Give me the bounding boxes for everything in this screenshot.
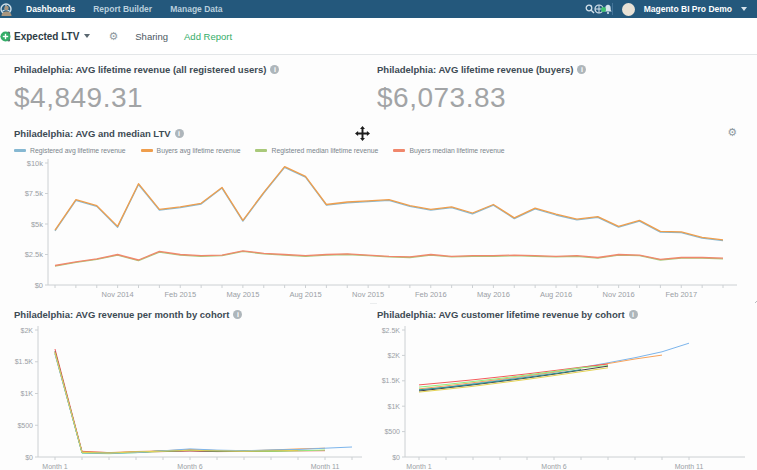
nav-item-dashboards[interactable]: Dashboards [17,0,84,18]
widget-lifetime-revenue-by-cohort: Philadelphia: AVG customer lifetime reve… [377,303,757,470]
sharing-button[interactable]: Sharing [135,31,168,42]
svg-text:Aug 2015: Aug 2015 [289,290,321,299]
legend-item-buyers-avg[interactable]: Buyers avg lifetime revenue [141,147,241,154]
top-navigation-bar: Dashboards Report Builder Manage Data [0,0,757,18]
add-report-label: Add Report [184,31,232,42]
svg-text:$0: $0 [35,281,43,290]
dashboard-toolbar: Expected LTV ⚙ Sharing Add Report [0,18,757,55]
svg-text:$0: $0 [392,454,400,461]
info-icon[interactable]: i [233,310,242,319]
svg-text:$0: $0 [25,454,33,461]
legend-label: Buyers avg lifetime revenue [157,147,241,154]
info-icon[interactable]: i [175,129,184,138]
svg-text:Nov 2015: Nov 2015 [352,290,384,299]
legend-swatch [141,149,153,152]
chart-title: Philadelphia: AVG customer lifetime reve… [377,309,625,320]
chart-legend: Registered avg lifetime revenue Buyers a… [14,147,505,154]
chart-title: Philadelphia: AVG revenue per month by c… [14,309,229,320]
nav-item-manage-data[interactable]: Manage Data [161,0,231,18]
metric-title: Philadelphia: AVG lifetime revenue (buye… [377,64,573,75]
svg-text:Feb 2016: Feb 2016 [415,290,447,299]
metric-value: $4,849.31 [14,82,279,114]
dashboard-selector[interactable]: Expected LTV [14,31,90,42]
legend-item-buyers-median[interactable]: Buyers median lifetime revenue [393,147,504,154]
account-caret-icon[interactable] [741,7,747,11]
legend-swatch [393,149,405,152]
svg-text:Feb 2015: Feb 2015 [164,290,196,299]
metric-card-registered-ltv: Philadelphia: AVG lifetime revenue (all … [14,64,279,114]
metrics-row: Philadelphia: AVG lifetime revenue (all … [0,56,757,120]
svg-text:$1.5K: $1.5K [15,358,34,365]
metric-card-buyers-ltv: Philadelphia: AVG lifetime revenue (buye… [377,64,586,114]
dashboard-name: Expected LTV [14,31,79,42]
lifetime-revenue-by-cohort-chart[interactable]: $2.5K$2K$1.5K$1K$500$0Month 1Month 6Mont… [377,322,757,470]
chart-title: Philadelphia: AVG and median LTV [14,128,171,139]
svg-text:$2.5K: $2.5K [382,327,401,334]
svg-text:$2K: $2K [388,352,401,359]
notification-dot [601,7,606,12]
dashboard-settings-gear-icon[interactable]: ⚙ [108,31,118,42]
legend-swatch [14,149,26,152]
legend-item-registered-avg[interactable]: Registered avg lifetime revenue [14,147,126,154]
svg-text:Month 6: Month 6 [541,463,566,470]
legend-swatch [255,149,267,152]
svg-text:Month 6: Month 6 [177,463,202,470]
svg-text:Nov 2016: Nov 2016 [603,290,635,299]
account-menu[interactable]: Magento BI Pro Demo [644,4,732,14]
svg-text:$1K: $1K [21,390,34,397]
svg-text:$1K: $1K [388,403,401,410]
svg-text:$7.5k: $7.5k [25,189,44,198]
user-avatar[interactable] [622,3,635,16]
legend-label: Registered avg lifetime revenue [30,147,126,154]
svg-text:Month 1: Month 1 [406,463,431,470]
widget-avg-revenue-per-month: Philadelphia: AVG revenue per month by c… [0,303,370,470]
ltv-line-chart[interactable]: $10k$7.5k$5k$2.5k$0Nov 2014Feb 2015May 2… [0,155,757,303]
svg-text:Month 1: Month 1 [42,463,67,470]
svg-text:$5k: $5k [31,220,43,229]
svg-text:May 2015: May 2015 [226,290,259,299]
sharing-label: Sharing [135,31,168,42]
topnav-right-group: Magento BI Pro Demo [585,3,757,16]
legend-label: Registered median lifetime revenue [271,147,378,154]
svg-text:$2K: $2K [21,327,34,334]
legend-item-registered-median[interactable]: Registered median lifetime revenue [255,147,378,154]
svg-text:$2.5k: $2.5k [25,250,44,259]
widget-settings-gear-icon[interactable]: ⚙ [727,127,737,138]
svg-text:May 2016: May 2016 [477,290,510,299]
metric-value: $6,073.83 [377,82,586,114]
nav-item-report-builder[interactable]: Report Builder [84,0,161,18]
svg-text:Nov 2014: Nov 2014 [102,290,134,299]
svg-text:Month 11: Month 11 [311,463,340,470]
svg-text:Month 11: Month 11 [675,463,704,470]
svg-text:$500: $500 [384,428,400,435]
add-plus-icon [0,31,11,42]
svg-text:Aug 2016: Aug 2016 [540,290,572,299]
widget-avg-median-ltv: Philadelphia: AVG and median LTV i ⚙ Reg… [0,120,757,303]
svg-text:$500: $500 [17,422,33,429]
svg-text:$10k: $10k [27,159,44,168]
dashboard-caret-icon [84,34,90,38]
add-report-button[interactable]: Add Report [184,31,232,42]
info-icon[interactable]: i [577,65,586,74]
revenue-per-month-chart[interactable]: $2K$1.5K$1K$500$0Month 1Month 6Month 11 [0,322,370,470]
svg-text:$1.5K: $1.5K [382,377,401,384]
legend-label: Buyers median lifetime revenue [409,147,504,154]
svg-text:Feb 2017: Feb 2017 [665,290,697,299]
metric-title: Philadelphia: AVG lifetime revenue (all … [14,64,266,75]
info-icon[interactable]: i [629,310,638,319]
info-icon[interactable]: i [270,65,279,74]
